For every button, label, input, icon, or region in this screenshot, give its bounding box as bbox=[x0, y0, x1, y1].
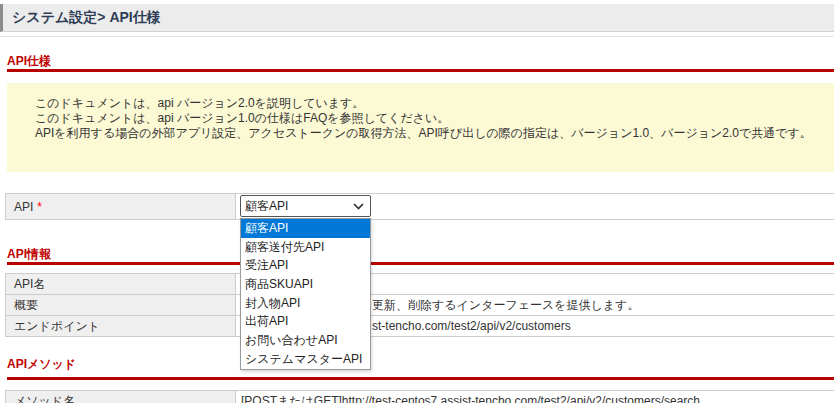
dropdown-option[interactable]: 顧客API bbox=[241, 219, 370, 238]
dropdown-option[interactable]: お問い合わせAPI bbox=[241, 331, 370, 350]
section-title-api-info: API情報 bbox=[7, 246, 51, 263]
api-label: API bbox=[14, 200, 33, 214]
section-underline-api-spec bbox=[7, 69, 834, 72]
table-row: 概要 更新、削除するインターフェースを提供します。 bbox=[6, 295, 834, 316]
table-row: メソッド名 [POSTまたはGET]http://test-centos7.as… bbox=[6, 391, 834, 403]
row-label: API名 bbox=[6, 274, 236, 294]
row-label: メソッド名 bbox=[6, 391, 236, 403]
section-underline-api-info bbox=[7, 262, 834, 265]
select-chevron-icon bbox=[353, 203, 364, 210]
api-select[interactable]: 顧客API bbox=[240, 195, 371, 217]
page-title: システム設定> API仕様 bbox=[12, 9, 161, 27]
row-value: [POSTまたはGET]http://test-centos7.assist-t… bbox=[236, 391, 834, 403]
notice-line: このドキュメントは、api バージョン2.0を説明しています。 bbox=[35, 96, 824, 111]
dropdown-option[interactable]: 出荷API bbox=[241, 312, 370, 331]
api-method-table: メソッド名 [POSTまたはGET]http://test-centos7.as… bbox=[5, 390, 834, 403]
header-separator bbox=[0, 36, 834, 37]
section-title-api-spec: API仕様 bbox=[7, 53, 51, 70]
dropdown-option[interactable]: 封入物API bbox=[241, 294, 370, 313]
page-header: システム設定> API仕様 bbox=[0, 4, 834, 32]
dropdown-option[interactable]: 受注API bbox=[241, 256, 370, 275]
api-row-label: API * bbox=[6, 194, 236, 219]
dropdown-option[interactable]: 顧客送付先API bbox=[241, 238, 370, 257]
section-title-api-methods: APIメソッド bbox=[7, 356, 76, 373]
api-select-dropdown: 顧客API 顧客送付先API 受注API 商品SKUAPI 封入物API 出荷A… bbox=[240, 218, 371, 370]
dropdown-option[interactable]: 商品SKUAPI bbox=[241, 275, 370, 294]
api-info-table: API名 概要 更新、削除するインターフェースを提供します。 エンドポイント s… bbox=[5, 273, 834, 337]
notice-box: このドキュメントは、api バージョン2.0を説明しています。 このドキュメント… bbox=[7, 83, 834, 172]
table-row: API名 bbox=[6, 274, 834, 295]
api-select-table: API * bbox=[5, 193, 834, 220]
table-row-api: API * bbox=[6, 194, 834, 220]
table-row: エンドポイント st-tencho.com/test2/api/v2/custo… bbox=[6, 316, 834, 337]
notice-line: APIを利用する場合の外部アプリ設定、アクセストークンの取得方法、API呼び出し… bbox=[35, 126, 824, 141]
row-label: エンドポイント bbox=[6, 316, 236, 336]
dropdown-option[interactable]: システムマスターAPI bbox=[241, 350, 370, 369]
notice-line: このドキュメントは、api バージョン1.0の仕様はFAQを参照してください。 bbox=[35, 111, 824, 126]
section-underline-api-methods bbox=[7, 377, 834, 380]
required-asterisk: * bbox=[37, 200, 42, 214]
api-select-value: 顧客API bbox=[245, 198, 288, 215]
row-label: 概要 bbox=[6, 295, 236, 315]
page: システム設定> API仕様 API仕様 このドキュメントは、api バージョン2… bbox=[0, 0, 834, 403]
